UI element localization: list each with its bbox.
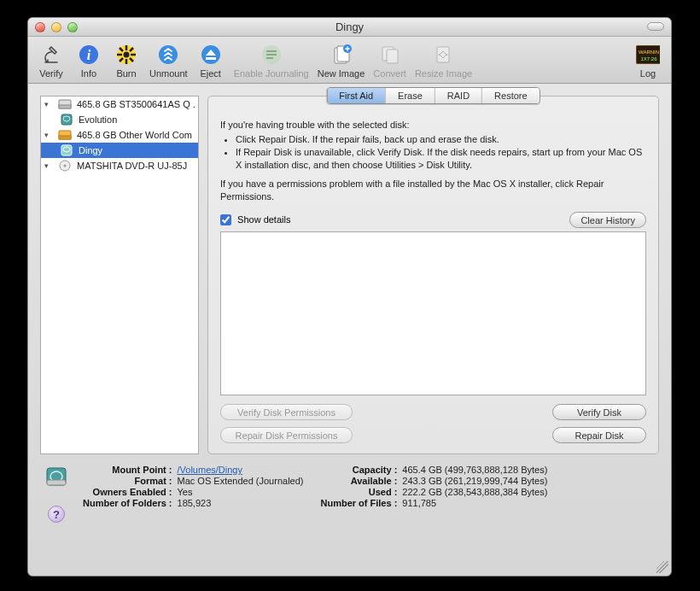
hdd-icon: [58, 98, 72, 110]
mount-point-link[interactable]: /Volumes/Dingy: [178, 465, 304, 475]
instruction-bullet: Click Repair Disk. If the repair fails, …: [236, 133, 646, 146]
burn-icon: [114, 43, 138, 67]
convert-icon: [378, 43, 402, 67]
tab-first-aid[interactable]: First Aid: [327, 88, 386, 103]
toolbar: Verify i Info Burn Unmount Eject: [28, 37, 671, 84]
verify-disk-button[interactable]: Verify Disk: [552, 404, 646, 420]
repair-disk-permissions-button: Repair Disk Permissions: [220, 427, 353, 443]
disclosure-triangle-icon[interactable]: ▾: [44, 101, 53, 108]
disk-list[interactable]: ▾465.8 GB ST3500641AS Q .Evolution▾465.8…: [40, 96, 199, 454]
disclosure-triangle-icon[interactable]: ▾: [44, 162, 53, 170]
burn-tool[interactable]: Burn: [108, 39, 144, 80]
close-window-button[interactable]: [35, 22, 45, 32]
zoom-window-button[interactable]: [67, 22, 78, 32]
log-output[interactable]: [220, 231, 646, 395]
svg-rect-18: [59, 105, 71, 108]
show-details-checkbox[interactable]: Show details: [220, 214, 290, 226]
eject-icon: [199, 43, 223, 67]
sidebar-item[interactable]: ▾MATSHITA DVD-R UJ-85J: [41, 158, 198, 173]
sidebar-item-label: 465.8 GB ST3500641AS Q .: [77, 99, 195, 109]
sidebar-item[interactable]: Evolution: [41, 112, 198, 127]
tab-raid[interactable]: RAID: [435, 88, 482, 103]
disk-info-footer: ? Mount Point : /Volumes/Dingy Format : …: [40, 465, 659, 528]
unmount-tool[interactable]: Unmount: [146, 39, 191, 80]
svg-text:1X7:26: 1X7:26: [640, 56, 657, 61]
sidebar-item[interactable]: Dingy: [41, 143, 198, 158]
enable-journaling-tool: Enable Journaling: [230, 39, 312, 80]
verify-tool[interactable]: Verify: [33, 39, 69, 80]
ext-vol-icon: [60, 144, 73, 156]
optical-icon: [58, 160, 72, 172]
instruction-bullet: If Repair Disk is unavailable, click Ver…: [236, 146, 646, 172]
svg-rect-29: [47, 480, 66, 485]
disclosure-triangle-icon[interactable]: ▾: [44, 132, 53, 139]
tab-restore[interactable]: Restore: [482, 88, 540, 103]
ext-hdd-icon: [58, 129, 72, 141]
minimize-window-button[interactable]: [51, 22, 61, 32]
toolbar-toggle-button[interactable]: [647, 22, 664, 31]
new-image-tool[interactable]: New Image: [314, 39, 369, 80]
resize-image-icon: [432, 43, 456, 67]
tab-bar: First AidEraseRAIDRestore: [326, 87, 540, 104]
svg-point-26: [64, 165, 67, 167]
disk-utility-window: Dingy Verify i Info Burn Unmount: [27, 17, 672, 576]
instructions-text: If you're having trouble with the select…: [220, 119, 646, 203]
eject-tool[interactable]: Eject: [193, 39, 229, 80]
svg-text:i: i: [87, 48, 91, 62]
verify-disk-permissions-button: Verify Disk Permissions: [220, 404, 353, 420]
svg-point-3: [124, 52, 130, 58]
svg-rect-13: [437, 47, 449, 62]
log-icon: WARNIN1X7:26: [636, 43, 660, 67]
unmount-icon: [156, 43, 180, 67]
info-tool[interactable]: i Info: [71, 39, 107, 80]
resize-handle[interactable]: [656, 561, 668, 573]
show-details-input[interactable]: [220, 214, 231, 225]
sidebar-item-label: Evolution: [79, 114, 117, 125]
resize-image-tool: Resize Image: [411, 39, 475, 80]
journal-icon: [260, 43, 283, 67]
convert-tool: Convert: [370, 39, 410, 80]
info-icon: i: [77, 43, 101, 67]
first-aid-panel: First AidEraseRAIDRestore If you're havi…: [207, 96, 659, 454]
new-image-icon: [330, 43, 353, 67]
sidebar-item-label: Dingy: [79, 145, 102, 155]
svg-rect-12: [387, 50, 398, 63]
repair-disk-button[interactable]: Repair Disk: [552, 427, 646, 443]
volume-icon: [44, 465, 68, 490]
window-title: Dingy: [28, 20, 671, 33]
sidebar-item[interactable]: ▾465.8 GB Other World Com: [41, 127, 198, 143]
tab-erase[interactable]: Erase: [386, 88, 435, 103]
clear-history-button[interactable]: Clear History: [569, 212, 646, 228]
svg-rect-6: [206, 57, 216, 60]
svg-text:WARNIN: WARNIN: [639, 50, 659, 55]
sidebar-item-label: MATSHITA DVD-R UJ-85J: [77, 161, 187, 171]
log-tool[interactable]: WARNIN1X7:26 Log: [630, 39, 666, 80]
titlebar[interactable]: Dingy: [28, 18, 671, 37]
microscope-icon: [39, 43, 63, 67]
svg-rect-22: [59, 136, 71, 139]
sidebar-item-label: 465.8 GB Other World Com: [77, 130, 192, 140]
sidebar-item[interactable]: ▾465.8 GB ST3500641AS Q .: [41, 97, 198, 112]
ext-vol-icon: [60, 114, 73, 126]
help-button[interactable]: ?: [48, 506, 65, 523]
